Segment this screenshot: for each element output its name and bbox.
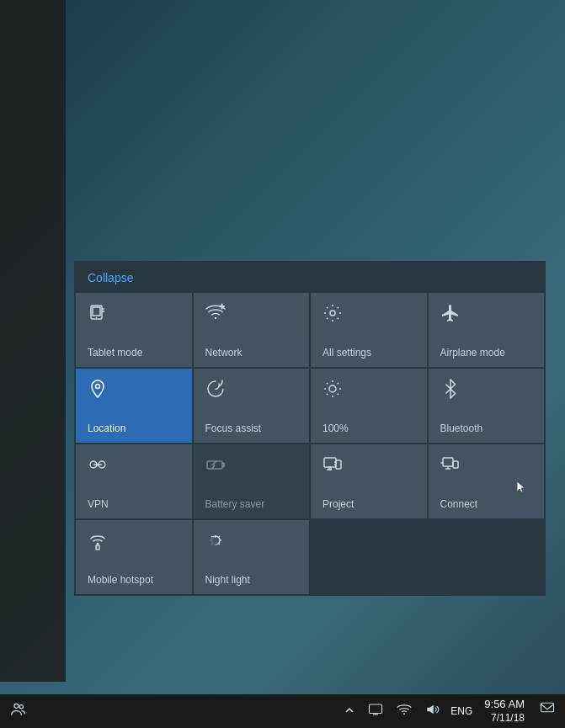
clock[interactable]: 9:56 AM 7/11/18 — [479, 696, 530, 726]
vpn-icon-svg — [88, 454, 108, 475]
airplane-mode-label: Airplane mode — [440, 347, 505, 359]
cursor-pointer — [515, 480, 527, 495]
location-icon — [88, 379, 108, 404]
action-center-panel: Collapse Tablet mode — [74, 261, 546, 596]
tile-all-settings[interactable]: All settings — [311, 293, 427, 367]
svg-rect-18 — [324, 458, 336, 467]
brightness-icon-svg — [322, 379, 343, 399]
taskbar: ENG 9:56 AM 7/11/18 — [0, 694, 565, 728]
bluetooth-label: Bluetooth — [440, 422, 483, 434]
mobile-hotspot-icon — [88, 530, 108, 555]
connect-icon — [440, 454, 461, 480]
svg-point-8 — [330, 311, 335, 316]
tile-focus-assist[interactable]: Focus assist — [194, 369, 310, 443]
tile-mobile-hotspot[interactable]: Mobile hotspot — [76, 520, 192, 594]
collapse-button[interactable]: Collapse — [74, 261, 147, 293]
network-label: Network — [205, 347, 243, 359]
svg-rect-35 — [370, 704, 382, 714]
vpn-icon — [88, 454, 108, 480]
svg-point-5 — [214, 317, 216, 319]
svg-point-2 — [96, 317, 97, 318]
tile-tablet-mode[interactable]: Tablet mode — [76, 293, 192, 367]
taskbar-left — [7, 698, 30, 725]
all-settings-icon — [322, 303, 343, 328]
mobile-hotspot-label: Mobile hotspot — [88, 574, 153, 586]
svg-marker-39 — [428, 705, 434, 715]
brightness-icon — [322, 379, 343, 404]
network-icon — [205, 303, 226, 328]
taskbar-right: ENG 9:56 AM 7/11/18 — [341, 696, 558, 726]
tile-project[interactable]: Project — [311, 444, 427, 518]
svg-point-10 — [329, 385, 336, 392]
tile-airplane-mode[interactable]: Airplane mode — [429, 293, 545, 367]
tablet-mode-label: Tablet mode — [88, 347, 142, 359]
project-label: Project — [322, 498, 354, 510]
svg-point-29 — [97, 543, 99, 545]
bluetooth-icon-svg — [440, 379, 461, 399]
bluetooth-icon — [440, 379, 461, 404]
tile-battery-saver[interactable]: Battery saver — [194, 444, 310, 518]
project-icon — [322, 454, 343, 480]
focus-assist-label: Focus assist — [205, 422, 262, 434]
focus-icon-svg — [205, 379, 226, 399]
brightness-label: 100% — [322, 422, 349, 434]
tile-network[interactable]: Network — [194, 293, 310, 367]
language-indicator[interactable]: ENG — [450, 705, 472, 717]
vpn-label: VPN — [88, 498, 109, 510]
date-display: 7/11/18 — [484, 712, 525, 725]
quick-actions-grid: Tablet mode Network — [74, 293, 546, 596]
location-icon-svg — [88, 379, 108, 399]
svg-point-33 — [14, 704, 19, 708]
settings-icon-svg — [322, 303, 343, 323]
svg-point-14 — [97, 464, 99, 466]
volume-icon[interactable] — [422, 699, 444, 724]
svg-point-34 — [19, 705, 23, 709]
focus-assist-icon — [205, 379, 226, 404]
svg-rect-25 — [453, 461, 458, 468]
night-light-icon — [205, 530, 226, 555]
people-icon[interactable] — [7, 698, 30, 725]
battery-saver-icon — [205, 454, 226, 480]
battery-saver-label: Battery saver — [205, 498, 265, 510]
notification-center-icon[interactable] — [536, 698, 558, 724]
battery-icon-svg — [205, 454, 226, 475]
connect-icon-svg — [440, 454, 461, 475]
hotspot-icon-svg — [88, 530, 108, 550]
network-icon-svg — [205, 303, 226, 323]
tile-bluetooth[interactable]: Bluetooth — [429, 369, 545, 443]
all-settings-label: All settings — [322, 347, 371, 359]
nightlight-icon-svg — [205, 530, 226, 550]
svg-rect-21 — [336, 460, 341, 469]
tile-location[interactable]: Location — [76, 369, 192, 443]
airplane-mode-icon — [440, 303, 461, 328]
tablet-icon-svg — [88, 303, 108, 323]
connect-label: Connect — [440, 498, 478, 510]
tile-night-light[interactable]: Night light — [194, 520, 310, 594]
svg-point-9 — [96, 385, 100, 389]
svg-rect-40 — [541, 704, 554, 713]
tile-brightness[interactable]: 100% — [311, 369, 427, 443]
wifi-icon[interactable] — [393, 699, 415, 724]
airplane-icon-svg — [440, 303, 461, 323]
svg-rect-24 — [443, 458, 453, 466]
svg-rect-30 — [96, 545, 99, 550]
project-icon-svg — [322, 454, 343, 475]
system-tray-expand[interactable] — [341, 700, 358, 722]
sidebar-strip — [0, 0, 66, 682]
svg-rect-1 — [93, 307, 100, 316]
tile-connect[interactable]: Connect — [429, 444, 545, 518]
svg-point-38 — [403, 713, 405, 715]
display-icon[interactable] — [365, 699, 386, 724]
location-label: Location — [88, 422, 125, 434]
time-display: 9:56 AM — [484, 698, 525, 712]
tile-vpn[interactable]: VPN — [76, 444, 192, 518]
night-light-label: Night light — [205, 574, 250, 586]
tablet-mode-icon — [88, 303, 108, 328]
